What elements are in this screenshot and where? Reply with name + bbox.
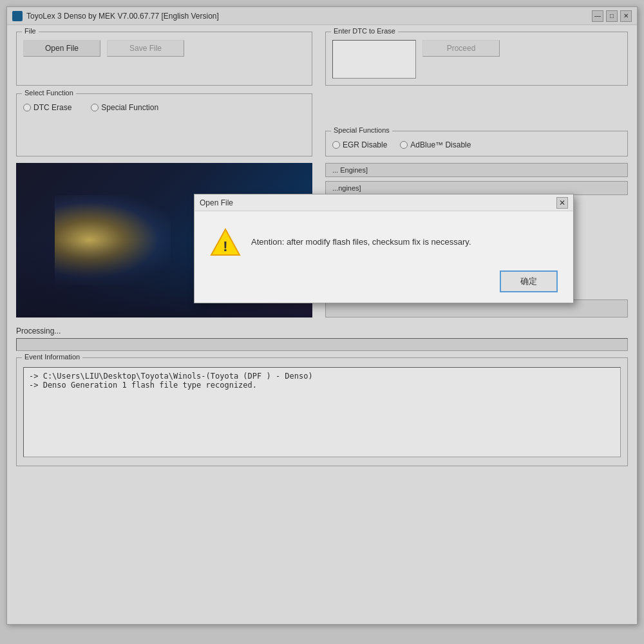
main-window: ToyoLex 3 Denso by MEK V7.00.67.77 [Engl… bbox=[6, 6, 638, 625]
warning-icon: ! bbox=[210, 227, 241, 258]
dialog-message: Atention: after modify flash files, chec… bbox=[251, 236, 471, 249]
svg-text:!: ! bbox=[223, 238, 227, 254]
dialog-close-button[interactable]: ✕ bbox=[556, 197, 568, 209]
modal-overlay bbox=[7, 7, 637, 624]
dialog-message-row: ! Atention: after modify flash files, ch… bbox=[210, 227, 558, 258]
dialog-body: ! Atention: after modify flash files, ch… bbox=[194, 211, 573, 270]
dialog-footer: 确定 bbox=[194, 270, 573, 303]
dialog-title-bar: Open File ✕ bbox=[194, 194, 573, 211]
dialog-title: Open File bbox=[200, 198, 233, 207]
dialog-ok-button[interactable]: 确定 bbox=[500, 270, 558, 292]
dialog: Open File ✕ ! Atention: after modify fla… bbox=[194, 194, 574, 303]
